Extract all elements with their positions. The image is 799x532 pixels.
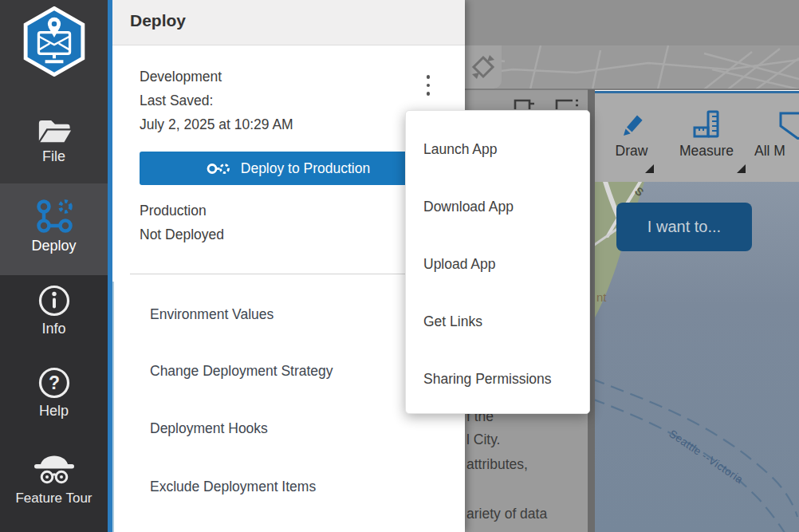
sidebar-item-file[interactable]: File xyxy=(0,116,108,165)
feature-tour-icon xyxy=(33,451,75,487)
last-saved-value: July 2, 2025 at 10:29 AM xyxy=(140,112,293,136)
change-deployment-strategy-link[interactable]: Change Deployment Strategy xyxy=(150,363,333,380)
draw-tool-label: Draw xyxy=(608,143,655,160)
menu-item-upload-app[interactable]: Upload App xyxy=(406,235,589,293)
panel-scroll-edge xyxy=(112,282,114,532)
sidebar: File Deploy Info xyxy=(0,0,112,532)
dimmed-app-header xyxy=(465,0,799,45)
draw-dropdown-indicator[interactable] xyxy=(645,164,654,173)
development-label: Development xyxy=(140,65,293,89)
deploy-to-production-button[interactable]: Deploy to Production xyxy=(140,152,436,185)
clipped-toolbar-icon xyxy=(513,97,537,109)
map-view: S nt Seattle --Victoria I want to... xyxy=(595,182,799,532)
deploy-icon xyxy=(206,162,230,175)
panel-title: Deploy xyxy=(130,11,186,30)
menu-item-get-links[interactable]: Get Links xyxy=(406,293,589,350)
dimmed-map-strip xyxy=(465,45,799,89)
rotate-compass-icon xyxy=(470,53,497,81)
deploy-options-context-menu: Launch App Download App Upload App Get L… xyxy=(405,110,590,414)
clipped-map-label: nt xyxy=(596,290,607,304)
menu-item-launch-app[interactable]: Launch App xyxy=(406,120,589,178)
app-logo-icon xyxy=(21,6,88,77)
deploy-panel-header: Deploy xyxy=(112,0,465,45)
clipped-description-text: l City. xyxy=(466,432,500,448)
sidebar-item-feature-tour[interactable]: Feature Tour xyxy=(0,451,108,506)
measure-tool-button[interactable]: Measure xyxy=(667,104,746,160)
sidebar-item-deploy[interactable]: Deploy xyxy=(0,196,108,254)
draw-tool-button[interactable]: Draw xyxy=(608,104,655,160)
sidebar-item-feature-tour-label: Feature Tour xyxy=(0,491,108,506)
all-maps-tool-button[interactable]: All M xyxy=(754,104,799,160)
sidebar-item-help[interactable]: ? Help xyxy=(0,366,108,420)
all-maps-tool-label: All M xyxy=(754,143,799,160)
clipped-description-text: ariety of data xyxy=(466,506,547,522)
deploy-button-label: Deploy to Production xyxy=(241,160,370,177)
production-label: Production xyxy=(140,199,224,223)
sidebar-item-info-label: Info xyxy=(0,321,108,337)
svg-text:?: ? xyxy=(48,372,59,393)
i-want-to-button[interactable]: I want to... xyxy=(616,203,752,251)
kebab-dot xyxy=(427,92,431,96)
production-status-block: Production Not Deployed xyxy=(140,199,224,246)
deployment-hooks-link[interactable]: Deployment Hooks xyxy=(150,420,268,437)
menu-item-sharing-permissions[interactable]: Sharing Permissions xyxy=(406,350,589,408)
kebab-dot xyxy=(427,84,431,88)
sidebar-item-help-label: Help xyxy=(0,403,108,420)
sidebar-item-file-label: File xyxy=(0,148,108,165)
pencil-icon xyxy=(608,104,655,140)
panel-divider xyxy=(130,274,447,274)
measure-tool-label: Measure xyxy=(667,143,746,160)
clipped-description-text: attributes, xyxy=(466,456,528,473)
menu-item-download-app[interactable]: Download App xyxy=(406,178,589,235)
last-saved-label: Last Saved: xyxy=(140,89,293,112)
ruler-icon xyxy=(667,104,746,140)
exclude-deployment-items-link[interactable]: Exclude Deployment Items xyxy=(150,479,316,495)
vertigis-studio-logo xyxy=(21,6,88,77)
map-roads-graphic xyxy=(465,45,799,89)
sidebar-accent-stripe xyxy=(108,0,112,532)
map-app-toolbar: Draw Measure All M xyxy=(595,91,799,182)
kebab-dot xyxy=(427,75,431,79)
map-shield-icon xyxy=(754,104,799,140)
info-icon xyxy=(37,284,71,317)
clipped-toolbar-icon xyxy=(554,97,580,109)
sidebar-item-deploy-label: Deploy xyxy=(0,238,108,254)
help-icon: ? xyxy=(37,366,71,400)
development-status-block: Development Last Saved: July 2, 2025 at … xyxy=(140,65,293,136)
sidebar-item-info[interactable]: Info xyxy=(0,284,108,337)
app-window: f the l City. attributes, ariety of data… xyxy=(0,0,799,532)
production-status: Not Deployed xyxy=(140,223,224,246)
environment-values-link[interactable]: Environment Values xyxy=(150,306,274,323)
measure-dropdown-indicator[interactable] xyxy=(737,164,746,173)
folder-icon xyxy=(37,116,72,145)
map-rotate-control[interactable] xyxy=(465,45,502,89)
deploy-options-kebab-button[interactable] xyxy=(416,67,440,104)
deploy-nodes-icon xyxy=(34,196,74,234)
